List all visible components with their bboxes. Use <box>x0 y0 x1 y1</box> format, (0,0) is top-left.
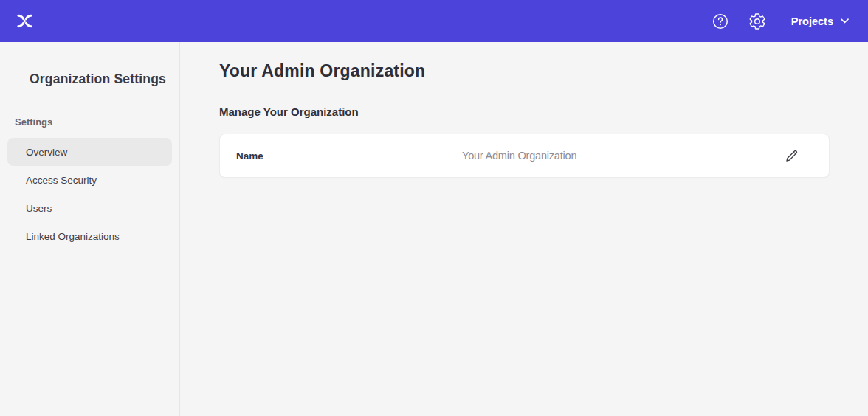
sidebar-item-linked-organizations[interactable]: Linked Organizations <box>7 222 172 250</box>
sidebar-item-label: Linked Organizations <box>26 231 120 242</box>
main-content: Your Admin Organization Manage Your Orga… <box>180 42 868 416</box>
sidebar-item-label: Access Security <box>26 175 97 186</box>
mendix-logo-icon <box>15 11 35 31</box>
sidebar-nav: Overview Access Security Users Linked Or… <box>0 138 179 250</box>
sidebar-item-overview[interactable]: Overview <box>7 138 172 166</box>
page-title: Your Admin Organization <box>219 61 830 81</box>
sidebar-item-label: Overview <box>26 147 67 158</box>
sidebar-item-access-security[interactable]: Access Security <box>7 166 172 194</box>
top-navigation-bar: Projects <box>0 0 868 42</box>
org-name-label: Name <box>236 150 462 162</box>
topbar-actions: Projects <box>712 13 849 30</box>
projects-dropdown-label: Projects <box>791 15 833 27</box>
help-icon <box>712 13 729 30</box>
org-name-row: Name Your Admin Organization <box>219 134 830 178</box>
sidebar-title: Organization Settings <box>0 72 179 87</box>
sidebar-section-label: Settings <box>0 117 179 128</box>
projects-dropdown[interactable]: Projects <box>791 15 849 27</box>
sidebar-item-users[interactable]: Users <box>7 194 172 222</box>
sidebar-item-label: Users <box>26 203 52 214</box>
brand-logo[interactable] <box>15 11 35 31</box>
section-title: Manage Your Organization <box>219 105 830 118</box>
settings-sidebar: Organization Settings Settings Overview … <box>0 42 180 416</box>
pencil-icon <box>784 148 799 164</box>
edit-org-name-button[interactable] <box>782 147 801 165</box>
settings-button[interactable] <box>748 13 766 30</box>
gear-icon <box>748 13 766 30</box>
org-name-value: Your Admin Organization <box>462 150 782 162</box>
help-button[interactable] <box>712 13 729 30</box>
page-body: Organization Settings Settings Overview … <box>0 42 868 416</box>
chevron-down-icon <box>841 18 849 24</box>
